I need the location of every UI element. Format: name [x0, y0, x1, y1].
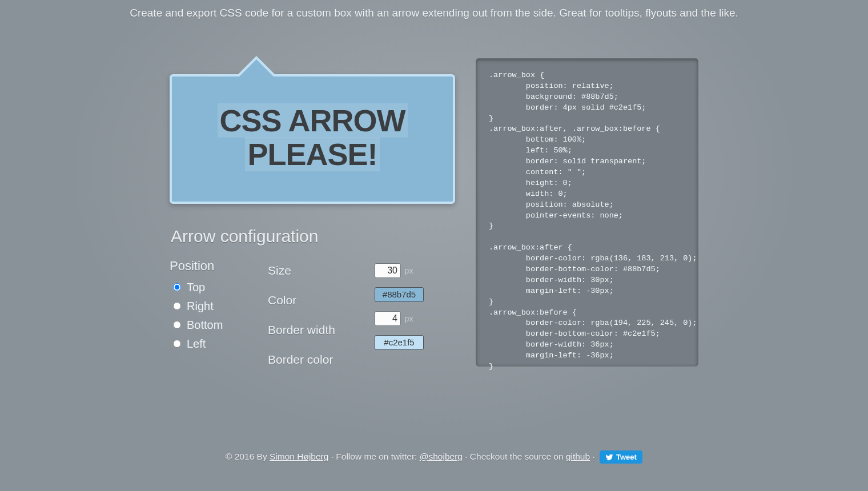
border-color-label: Border color [268, 348, 362, 372]
twitter-icon [605, 453, 613, 461]
position-radio-left[interactable] [173, 340, 181, 348]
footer-separator: · [590, 452, 597, 461]
footer-copyright: © 2016 By [226, 452, 270, 461]
position-radio-top[interactable] [173, 283, 181, 291]
position-label-bottom: Bottom [187, 319, 223, 332]
position-label: Position [170, 259, 255, 273]
config-heading: Arrow configuration [171, 227, 455, 246]
arrow-preview-box: CSS ARROW PLEASE! [170, 74, 455, 204]
px-label-2: px [404, 313, 413, 323]
size-label: Size [268, 259, 362, 283]
position-option-top[interactable]: Top [173, 281, 255, 294]
preview-title: CSS ARROW PLEASE! [189, 104, 436, 172]
footer-follow-text: · Follow me on twitter: [328, 452, 419, 461]
border-width-input[interactable] [375, 311, 401, 326]
preview-title-line2: PLEASE! [245, 137, 379, 171]
position-radio-right[interactable] [173, 302, 181, 310]
preview-title-line1: CSS ARROW [218, 103, 408, 138]
border-color-input[interactable] [375, 335, 424, 350]
footer-source-text: · Checkout the source on [463, 452, 566, 461]
twitter-link[interactable]: @shojberg [420, 452, 463, 461]
px-label: px [404, 265, 413, 275]
position-label-left: Left [187, 337, 206, 351]
tweet-button[interactable]: Tweet [600, 450, 642, 464]
position-option-right[interactable]: Right [173, 300, 255, 313]
position-option-bottom[interactable]: Bottom [173, 319, 255, 332]
position-label-right: Right [187, 300, 214, 313]
css-output[interactable]: .arrow_box { position: relative; backgro… [476, 58, 698, 367]
color-input[interactable] [375, 287, 424, 302]
github-link[interactable]: github [566, 452, 590, 461]
author-link[interactable]: Simon Højberg [270, 452, 328, 461]
position-label-top: Top [187, 281, 205, 294]
position-option-left[interactable]: Left [173, 337, 255, 351]
color-label: Color [268, 288, 362, 312]
size-input[interactable] [375, 263, 401, 278]
footer: © 2016 By Simon Højberg · Follow me on t… [0, 450, 868, 464]
page-tagline: Create and export CSS code for a custom … [0, 0, 868, 19]
tweet-label: Tweet [616, 453, 637, 461]
border-width-label: Border width [268, 318, 362, 342]
position-radio-bottom[interactable] [173, 321, 181, 329]
